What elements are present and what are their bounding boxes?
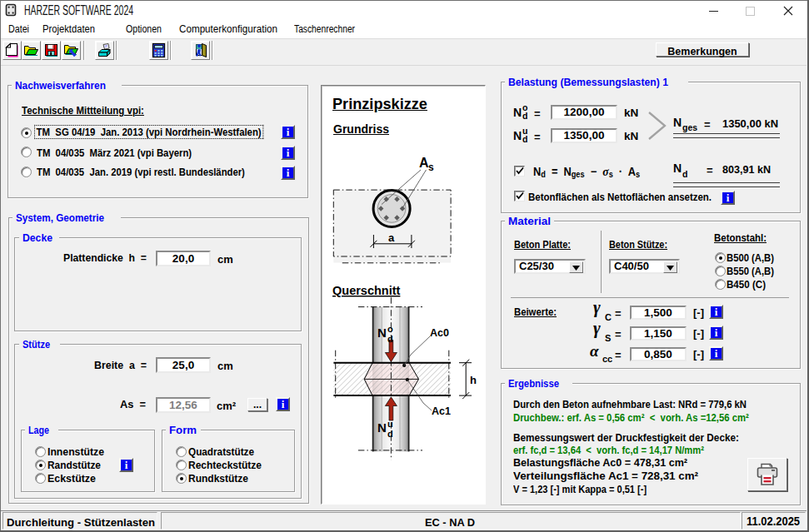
svg-text:o: o [387, 324, 393, 334]
svg-text:d: d [387, 429, 393, 439]
svg-text:Querschnitt: Querschnitt [332, 284, 401, 297]
svg-text:s: s [428, 162, 434, 173]
svg-text:h: h [470, 374, 477, 386]
svg-text:N: N [377, 420, 387, 435]
svg-text:u: u [387, 419, 393, 429]
svg-text:Ac0: Ac0 [430, 327, 449, 339]
svg-text:Ac1: Ac1 [432, 405, 451, 417]
svg-text:N: N [377, 326, 387, 340]
svg-text:a: a [388, 231, 395, 244]
svg-text:d: d [387, 334, 393, 344]
